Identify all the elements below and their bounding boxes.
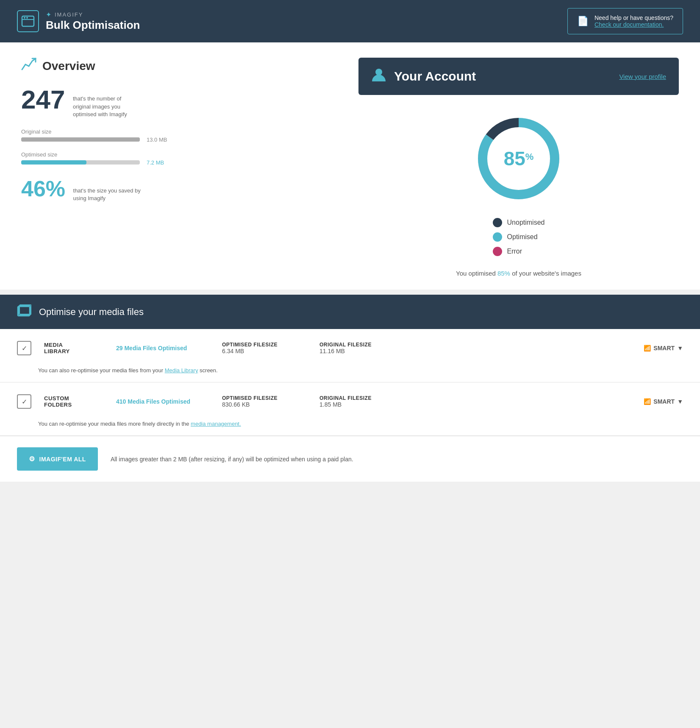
media-section-title: Optimise your media files xyxy=(39,307,144,318)
svg-point-2 xyxy=(24,17,25,19)
opt-filesize-label: OPTIMISED FILESIZE xyxy=(222,342,307,348)
page-header: ✦ IMAGIFY Bulk Optimisation 📄 Need help … xyxy=(0,0,700,42)
orig-filesize-label: ORIGINAL FILESIZE xyxy=(319,342,404,348)
overview-icon xyxy=(21,58,36,74)
custom-smart-dropdown[interactable]: 📶 SMART ▼ xyxy=(644,398,683,405)
optimised-size-value: 7.2 MB xyxy=(147,159,164,166)
overview-header: Overview xyxy=(21,58,342,74)
optimised-summary: You optimised 85% of your website's imag… xyxy=(456,270,581,277)
summary-text2: of your website's images xyxy=(512,270,581,277)
original-size-value: 13.0 MB xyxy=(147,137,167,143)
media-section: Optimise your media files ✓ MEDIA LIBRAR… xyxy=(0,295,700,482)
custom-smart-chevron: ▼ xyxy=(677,398,683,405)
help-content: Need help or have questions? Check our d… xyxy=(594,14,673,28)
media-library-checkbox[interactable]: ✓ xyxy=(17,341,31,355)
view-profile-link[interactable]: View your profile xyxy=(619,73,666,80)
help-text: Need help or have questions? xyxy=(594,14,673,21)
summary-pct: 85% xyxy=(497,270,510,277)
optimised-size-fill xyxy=(21,160,86,165)
saved-pct: 46% xyxy=(21,176,65,201)
svg-point-4 xyxy=(375,69,382,75)
legend-error: Error xyxy=(493,247,545,256)
custom-opt-filesize-label: OPTIMISED FILESIZE xyxy=(222,395,307,401)
custom-smart-label: SMART xyxy=(653,398,675,405)
bottom-action: ⚙ IMAGIF'EM ALL All images greater than … xyxy=(0,436,700,482)
overview-left: Overview 247 that's the number of origin… xyxy=(21,58,342,277)
media-management-link[interactable]: media management. xyxy=(191,421,241,427)
imagifem-button[interactable]: ⚙ IMAGIF'EM ALL xyxy=(17,447,98,471)
saved-desc: that's the size you saved by using Imagi… xyxy=(73,187,141,202)
custom-opt-filesize-value: 830.66 KB xyxy=(222,401,307,408)
help-icon: 📄 xyxy=(577,16,589,27)
main-content: Overview 247 that's the number of origin… xyxy=(0,42,700,482)
overview-right: Your Account View your profile 85% xyxy=(358,58,679,277)
custom-folders-name: CUSTOM FOLDERS xyxy=(44,395,103,408)
smart-dropdown[interactable]: 📶 SMART ▼ xyxy=(644,345,683,351)
media-library-link[interactable]: Media Library xyxy=(165,367,198,374)
legend-label-optimised: Optimised xyxy=(507,233,538,241)
media-library-block: ✓ MEDIA LIBRARY 29 Media Files Optimised… xyxy=(0,329,700,382)
legend-label-error: Error xyxy=(507,248,522,255)
custom-smart-icon: 📶 xyxy=(644,398,651,405)
legend-dot-unoptimised xyxy=(493,218,502,227)
legend-label-unoptimised: Unoptimised xyxy=(507,219,545,226)
media-section-icon xyxy=(17,304,31,320)
custom-folders-optimised: 410 Media Files Optimised xyxy=(116,398,209,405)
original-size-fill xyxy=(21,137,140,142)
account-icon xyxy=(371,67,386,86)
stat-images-block: 247 that's the number of original images… xyxy=(21,84,342,118)
svg-point-3 xyxy=(26,17,28,19)
overview-section: Overview 247 that's the number of origin… xyxy=(0,42,700,290)
orig-filesize-value: 11.16 MB xyxy=(319,348,404,354)
media-library-row: ✓ MEDIA LIBRARY 29 Media Files Optimised… xyxy=(0,329,700,367)
legend-dot-optimised xyxy=(493,232,502,242)
smart-label: SMART xyxy=(653,345,675,351)
help-link[interactable]: Check our documentation. xyxy=(594,21,673,28)
imagifem-btn-label: IMAGIF'EM ALL xyxy=(39,456,86,463)
custom-orig-filesize-value: 1.85 MB xyxy=(319,401,404,408)
legend: Unoptimised Optimised Error xyxy=(493,218,545,261)
logo-icon xyxy=(17,10,39,32)
header-left: ✦ IMAGIFY Bulk Optimisation xyxy=(17,10,140,32)
stat-number: 247 xyxy=(21,84,65,114)
bottom-action-note: All images greater than 2 MB (after resi… xyxy=(111,456,353,463)
donut-chart: 85% xyxy=(472,112,565,205)
page-title: Bulk Optimisation xyxy=(46,19,140,32)
account-title: Your Account xyxy=(394,69,611,84)
overview-title: Overview xyxy=(42,59,95,73)
brand-name: IMAGIFY xyxy=(55,11,83,18)
original-size-bar xyxy=(21,137,140,142)
donut-pct-value: 85 xyxy=(504,149,525,168)
your-account-bar: Your Account View your profile xyxy=(358,58,679,95)
optimised-size-bar xyxy=(21,160,140,165)
media-library-opt-filesize: OPTIMISED FILESIZE 6.34 MB xyxy=(222,342,307,354)
brand-icon: ✦ xyxy=(46,11,52,19)
media-section-header: Optimise your media files xyxy=(0,295,700,329)
section-separator xyxy=(0,290,700,295)
custom-folders-opt-filesize: OPTIMISED FILESIZE 830.66 KB xyxy=(222,395,307,408)
help-box: 📄 Need help or have questions? Check our… xyxy=(567,8,683,34)
media-library-orig-filesize: ORIGINAL FILESIZE 11.16 MB xyxy=(319,342,404,354)
stat-description: that's the number of original images you… xyxy=(73,95,141,118)
svg-rect-10 xyxy=(19,306,31,315)
opt-filesize-value: 6.34 MB xyxy=(222,348,307,354)
media-library-note: You can also re-optimise your media file… xyxy=(0,367,700,382)
header-title-block: ✦ IMAGIFY Bulk Optimisation xyxy=(46,11,140,32)
header-brand: ✦ IMAGIFY xyxy=(46,11,140,19)
imagifem-btn-icon: ⚙ xyxy=(29,455,35,463)
custom-folders-note: You can re-optimise your media files mor… xyxy=(0,421,700,435)
legend-dot-error xyxy=(493,247,502,256)
donut-center-text: 85% xyxy=(504,149,534,168)
custom-folders-checkbox[interactable]: ✓ xyxy=(17,394,31,409)
custom-orig-filesize-label: ORIGINAL FILESIZE xyxy=(319,395,404,401)
custom-folders-orig-filesize: ORIGINAL FILESIZE 1.85 MB xyxy=(319,395,404,408)
custom-folders-row: ✓ CUSTOM FOLDERS 410 Media Files Optimis… xyxy=(0,382,700,421)
donut-pct-symbol: % xyxy=(525,152,534,162)
original-size-label: Original size xyxy=(21,128,342,135)
smart-chevron: ▼ xyxy=(677,345,683,351)
media-library-name: MEDIA LIBRARY xyxy=(44,342,103,354)
media-library-optimised: 29 Media Files Optimised xyxy=(116,345,209,351)
optimised-size-label: Optimised size xyxy=(21,151,342,158)
custom-folders-block: ✓ CUSTOM FOLDERS 410 Media Files Optimis… xyxy=(0,382,700,436)
summary-text: You optimised xyxy=(456,270,496,277)
